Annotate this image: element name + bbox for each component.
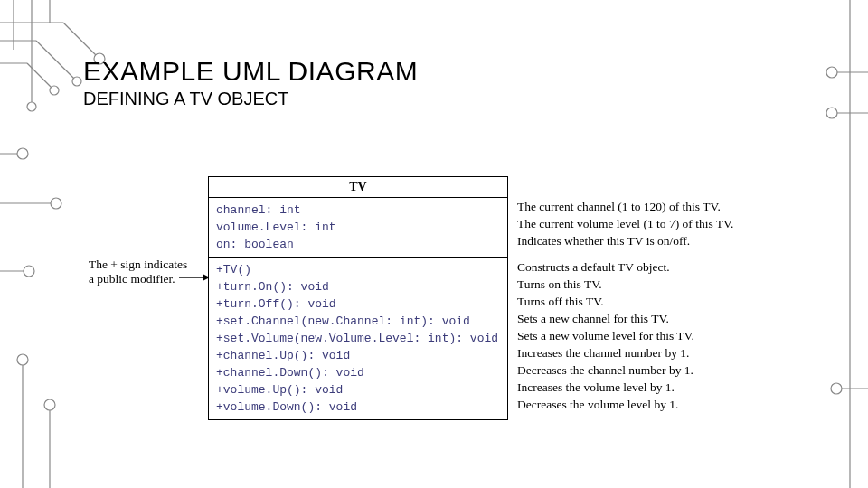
uml-method: +turn.Off(): void [216, 296, 500, 313]
slide-subtitle: DEFINING A TV OBJECT [83, 89, 418, 109]
uml-methods-section: +TV() +turn.On(): void +turn.Off(): void… [209, 258, 507, 419]
uml-method: +channel.Down(): void [216, 364, 500, 381]
uml-method-desc: Sets a new channel for this TV. [517, 310, 733, 327]
slide-title: EXAMPLE UML DIAGRAM [83, 56, 418, 87]
uml-attribute-desc: Indicates whether this TV is on/off. [517, 232, 733, 249]
svg-point-17 [826, 108, 837, 118]
uml-method: +volume.Down(): void [216, 399, 500, 416]
uml-class-name: TV [209, 177, 507, 198]
svg-line-3 [36, 41, 77, 81]
uml-method-desc: Sets a new volume level for this TV. [517, 327, 733, 344]
arrow-icon [179, 271, 210, 284]
uml-method: +set.Volume(new.Volume.Level: int): void [216, 330, 500, 347]
uml-attribute: on: boolean [216, 236, 500, 253]
uml-method-desc: Decreases the channel number by 1. [517, 361, 733, 379]
uml-method-desc: Constructs a default TV object. [517, 258, 733, 276]
uml-attributes-section: channel: int volume.Level: int on: boole… [209, 198, 507, 258]
uml-method-desc: Turns off this TV. [517, 293, 733, 310]
svg-line-1 [63, 23, 99, 59]
svg-point-28 [17, 354, 28, 365]
circuit-decoration-right [796, 0, 868, 488]
note-line-1: The + sign indicates [89, 258, 202, 272]
uml-method: +channel.Up(): void [216, 347, 500, 364]
svg-point-23 [51, 198, 61, 209]
uml-method-desc: Turns on this TV. [517, 276, 733, 293]
uml-attribute: volume.Level: int [216, 219, 500, 236]
uml-descriptions: The current channel (1 to 120) of this T… [517, 176, 733, 413]
uml-method-desc: Decreases the volume level by 1. [517, 396, 733, 413]
circuit-decoration-left [0, 136, 108, 488]
uml-method: +turn.On(): void [216, 278, 500, 296]
svg-line-5 [27, 63, 54, 90]
svg-point-10 [72, 77, 81, 86]
svg-point-11 [50, 86, 59, 95]
uml-class-box: TV channel: int volume.Level: int on: bo… [208, 176, 508, 420]
uml-method: +set.Channel(new.Channel: int): void [216, 313, 500, 330]
uml-attribute: channel: int [216, 202, 500, 219]
svg-point-21 [17, 148, 28, 159]
uml-attribute-desc: The current channel (1 to 120) of this T… [517, 198, 733, 215]
uml-attribute-desc: The current volume level (1 to 7) of thi… [517, 215, 733, 232]
uml-method: +volume.Up(): void [216, 381, 500, 399]
svg-point-15 [826, 67, 837, 78]
svg-point-25 [24, 266, 34, 277]
uml-method-desc: Increases the channel number by 1. [517, 344, 733, 361]
uml-method: +TV() [216, 261, 500, 278]
uml-method-desc: Increases the volume level by 1. [517, 379, 733, 396]
svg-point-12 [27, 102, 36, 111]
svg-point-29 [44, 399, 55, 410]
svg-point-19 [831, 383, 842, 394]
